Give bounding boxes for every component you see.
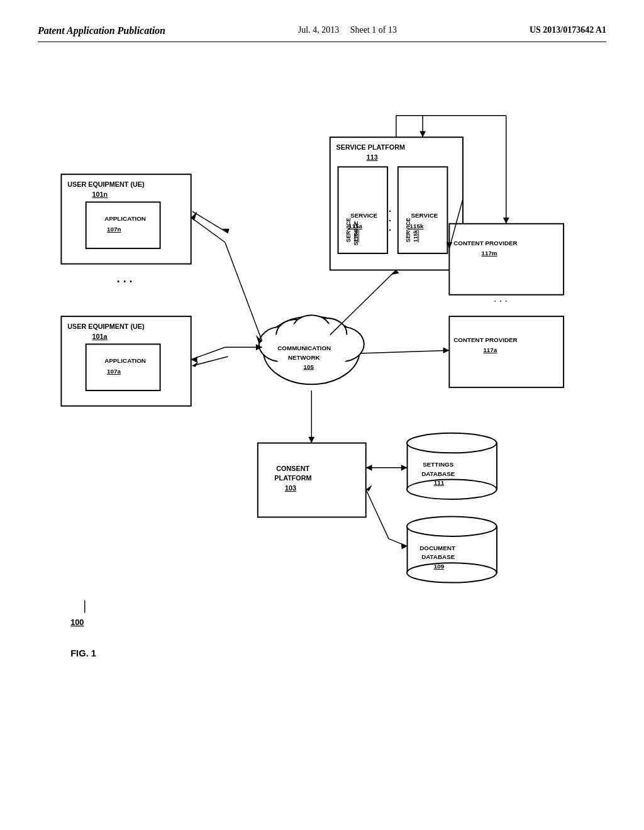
svg-text:115k: 115k	[413, 230, 419, 243]
svg-line-75	[330, 270, 396, 335]
svg-text:DOCUMENT: DOCUMENT	[419, 545, 455, 551]
svg-line-92	[366, 489, 389, 539]
svg-rect-40	[449, 224, 564, 295]
svg-text:COMMUNICATION: COMMUNICATION	[277, 345, 331, 351]
svg-text:PLATFORM: PLATFORM	[274, 474, 311, 482]
svg-text:APPLICATION: APPLICATION	[104, 357, 146, 364]
svg-point-53	[407, 480, 496, 499]
svg-text:CONTENT PROVIDER: CONTENT PROVIDER	[453, 336, 517, 343]
svg-text:SERVICE PLATFORM: SERVICE PLATFORM	[336, 143, 405, 151]
svg-marker-86	[443, 347, 450, 353]
svg-text:USER EQUIPMENT (UE): USER EQUIPMENT (UE)	[67, 323, 145, 330]
svg-text:USER EQUIPMENT (UE): USER EQUIPMENT (UE)	[67, 180, 145, 188]
svg-marker-88	[308, 437, 314, 443]
svg-text:111: 111	[434, 479, 445, 486]
svg-rect-10	[86, 344, 160, 390]
svg-text:SERVICE: SERVICE	[405, 218, 411, 243]
svg-text:SERVICE: SERVICE	[345, 218, 352, 243]
svg-text:·: ·	[389, 207, 391, 216]
svg-text:115a: 115a	[353, 230, 359, 243]
svg-text:· · ·: · · ·	[494, 296, 508, 306]
svg-text:DATABASE: DATABASE	[421, 553, 455, 560]
svg-marker-91	[366, 465, 372, 471]
svg-text:115k: 115k	[410, 223, 424, 230]
svg-rect-44	[449, 316, 564, 387]
svg-text:101n: 101n	[92, 191, 108, 198]
svg-point-58	[407, 516, 496, 536]
svg-marker-90	[401, 465, 408, 471]
svg-rect-3	[86, 202, 160, 248]
svg-text:SERVICE: SERVICE	[411, 212, 438, 219]
svg-text:·: ·	[389, 226, 391, 235]
svg-line-64	[225, 242, 262, 341]
publication-date: Jul. 4, 2013	[298, 25, 339, 35]
svg-text:109: 109	[434, 563, 445, 570]
header-date-sheet: Jul. 4, 2013 Sheet 1 of 13	[298, 25, 397, 35]
svg-marker-72	[191, 357, 197, 363]
svg-text:·: ·	[389, 216, 391, 226]
svg-text:CONTENT PROVIDER: CONTENT PROVIDER	[453, 240, 517, 246]
svg-line-73	[192, 357, 228, 366]
svg-text:113: 113	[367, 153, 378, 161]
svg-text:107a: 107a	[107, 368, 121, 375]
page-header: Patent Application Publication Jul. 4, 2…	[38, 25, 606, 42]
svg-point-52	[407, 433, 496, 453]
publication-title: Patent Application Publication	[38, 25, 165, 36]
svg-text:NETWORK: NETWORK	[288, 354, 320, 361]
svg-text:CONSENT: CONSENT	[276, 465, 309, 472]
svg-text:SERVICE: SERVICE	[350, 212, 377, 219]
svg-marker-94	[401, 543, 408, 550]
svg-text:· · ·: · · ·	[117, 275, 133, 288]
svg-marker-68	[222, 229, 230, 233]
svg-text:FIG. 1: FIG. 1	[70, 648, 96, 658]
patent-diagram: USER EQUIPMENT (UE) 101n APPLICATION 107…	[38, 75, 606, 780]
svg-text:101a: 101a	[92, 333, 108, 340]
svg-line-85	[360, 350, 449, 353]
svg-text:APPLICATION: APPLICATION	[104, 215, 146, 222]
page-container: Patent Application Publication Jul. 4, 2…	[0, 0, 644, 830]
diagram-svg: USER EQUIPMENT (UE) 101n APPLICATION 107…	[38, 75, 606, 780]
svg-text:DATABASE: DATABASE	[421, 470, 455, 477]
svg-marker-80	[503, 218, 509, 224]
svg-text:117a: 117a	[483, 346, 497, 353]
svg-text:107n: 107n	[107, 226, 121, 233]
svg-text:100: 100	[70, 617, 84, 627]
svg-marker-82	[419, 131, 426, 137]
svg-text:SETTINGS: SETTINGS	[423, 461, 454, 468]
patent-number: US 2013/0173642 A1	[530, 25, 606, 35]
svg-text:105: 105	[304, 363, 314, 370]
sheet-info: Sheet 1 of 13	[350, 25, 397, 35]
svg-text:103: 103	[285, 484, 296, 492]
svg-text:117m: 117m	[481, 250, 497, 257]
svg-point-59	[407, 563, 496, 582]
